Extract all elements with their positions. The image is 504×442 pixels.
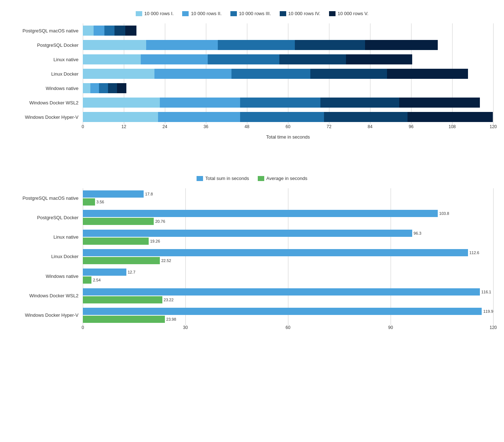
legend-item: 10 000 rows III.: [230, 11, 271, 16]
bar-segment: [83, 54, 141, 64]
y-axis-label: Windows Docker Hyper-V: [25, 306, 78, 325]
bar-pair: 103.820.76: [83, 210, 493, 225]
chart1-section: 10 000 rows I.10 000 rows II.10 000 rows…: [11, 7, 493, 140]
bar-segment: [108, 83, 117, 93]
legend-label: 10 000 rows II.: [191, 11, 221, 16]
bar-segment: [83, 83, 90, 93]
bar-pair: 96.319.26: [83, 230, 493, 245]
legend-label: 10 000 rows IV.: [288, 11, 320, 16]
avg-bar: [83, 198, 95, 206]
avg-bar-value: 20.76: [155, 219, 165, 224]
x-axis-tick: 24: [162, 124, 167, 129]
x-axis-tick: 30: [183, 325, 188, 330]
bar-segment: [320, 98, 399, 108]
legend-swatch: [230, 11, 237, 16]
bar-segment: [83, 98, 160, 108]
x-axis-tick: 12: [121, 124, 126, 129]
bar-segment: [279, 54, 346, 64]
total-bar-value: 112.6: [469, 251, 480, 255]
bar-row: 96.319.26: [83, 227, 493, 247]
bar-pair: 119.923.98: [83, 308, 493, 323]
total-bar-value: 96.3: [414, 231, 421, 235]
bar-group: [83, 112, 493, 122]
total-bar: [83, 230, 412, 237]
total-bar-row: 103.8: [83, 210, 493, 217]
legend-label: 10 000 rows V.: [338, 11, 369, 16]
legend-item: 10 000 rows IV.: [280, 11, 320, 16]
bar-row: [83, 23, 493, 38]
avg-bar-value: 2.54: [93, 278, 100, 282]
legend-swatch: [136, 11, 142, 16]
avg-bar: [83, 238, 149, 245]
bar-pair: 12.72.54: [83, 269, 493, 284]
avg-bar: [83, 276, 91, 284]
avg-bar-value: 22.52: [161, 258, 171, 263]
total-bar-row: 12.7: [83, 269, 493, 276]
legend-label: 10 000 rows I.: [144, 11, 174, 16]
bar-segment: [90, 83, 99, 93]
bar-segment: [83, 112, 158, 122]
chart2-section: Total sum in secondsAverage in seconds P…: [11, 172, 493, 332]
bar-segment: [114, 26, 125, 36]
y-axis-label: Linux native: [54, 227, 78, 247]
y-axis-label: Windows native: [46, 81, 78, 95]
total-bar: [83, 269, 126, 276]
y-axis-label: Windows Docker WSL2: [29, 286, 78, 305]
bar-group: [83, 40, 438, 50]
bar-row: 12.72.54: [83, 266, 493, 286]
bar-segment: [295, 40, 365, 50]
bar-segment: [83, 26, 94, 36]
total-bar-row: 112.6: [83, 249, 493, 256]
legend-item: 10 000 rows V.: [329, 11, 369, 16]
avg-bar-value: 19.26: [150, 239, 160, 243]
bar-pair: 17.83.56: [83, 190, 493, 206]
legend-item: Average in seconds: [258, 176, 307, 181]
avg-bar: [83, 316, 165, 323]
x-axis-tick: 72: [327, 124, 331, 129]
legend-swatch: [182, 11, 189, 16]
bar-group: [83, 69, 468, 79]
bar-row: [83, 67, 493, 81]
bar-pair: 112.622.52: [83, 249, 493, 264]
chart1-x-label: Total time in seconds: [83, 134, 493, 140]
bar-segment: [125, 26, 136, 36]
bar-group: [83, 98, 480, 108]
avg-bar-row: 23.22: [83, 296, 493, 303]
x-axis-tick: 90: [388, 325, 393, 330]
bar-row: [83, 95, 493, 110]
avg-bar-row: 3.56: [83, 198, 493, 206]
legend-swatch: [280, 11, 286, 16]
bar-segment: [365, 40, 438, 50]
x-axis-tick: 60: [285, 325, 290, 330]
bar-row: 112.622.52: [83, 247, 493, 266]
y-axis-label: Linux Docker: [51, 67, 78, 81]
total-bar-row: 17.8: [83, 190, 493, 198]
avg-bar: [83, 257, 160, 264]
bar-segment: [208, 54, 279, 64]
chart2-legend: Total sum in secondsAverage in seconds: [11, 176, 493, 181]
bar-segment: [117, 83, 126, 93]
legend-swatch: [197, 176, 203, 181]
total-bar-value: 17.8: [145, 192, 153, 196]
x-axis-tick: 96: [409, 124, 413, 129]
bar-segment: [158, 112, 240, 122]
avg-bar-value: 3.56: [96, 200, 104, 204]
legend-item: Total sum in seconds: [197, 176, 249, 181]
grid-line: [493, 188, 494, 325]
bar-group: [83, 26, 136, 36]
legend-swatch: [329, 11, 336, 16]
bar-segment: [154, 69, 231, 79]
y-axis-label: Windows Docker WSL2: [29, 95, 78, 110]
bar-segment: [240, 112, 324, 122]
bar-row: [83, 110, 493, 124]
total-bar-row: 119.9: [83, 308, 493, 315]
avg-bar-row: 23.98: [83, 316, 493, 323]
bar-segment: [99, 83, 108, 93]
bar-segment: [218, 40, 295, 50]
avg-bar-row: 19.26: [83, 238, 493, 245]
x-axis-tick: 120: [490, 325, 497, 330]
chart1-legend: 10 000 rows I.10 000 rows II.10 000 rows…: [11, 11, 493, 16]
total-bar-row: 96.3: [83, 230, 493, 237]
y-axis-label: Linux native: [54, 52, 78, 67]
avg-bar-row: 20.76: [83, 218, 493, 225]
